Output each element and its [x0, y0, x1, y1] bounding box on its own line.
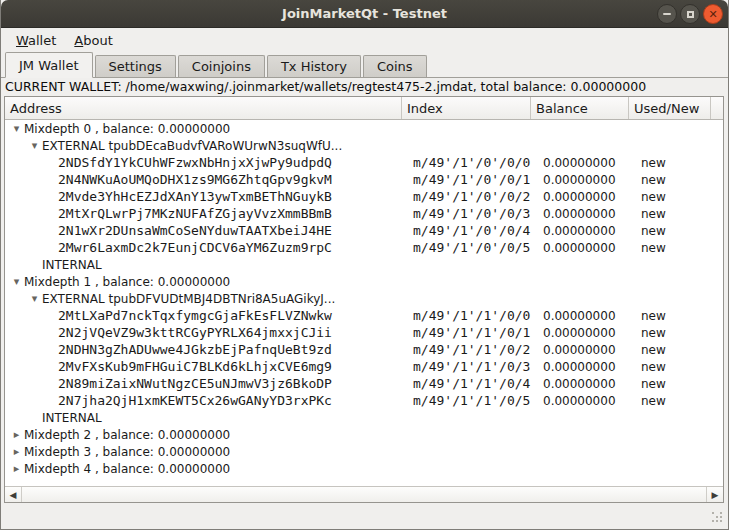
tab-coinjoins[interactable]: Coinjoins — [178, 55, 265, 77]
balance-cell: 0.00000000 — [537, 190, 635, 204]
address-cell: 2N4NWKuAoUMQoDHX1zs9MG6ZhtqGpv9gkvM — [5, 172, 408, 187]
tree-row[interactable]: 2N1wXr2DUnsaWmCoSeNYduwTAATXbeiJ4HE m/49… — [5, 222, 723, 239]
horizontal-scrollbar[interactable]: ◀ ▶ — [5, 486, 723, 502]
tree-row[interactable]: 2NDSfdY1YkCUhWFzwxNbHnjxXjwPy9udpdQ m/49… — [5, 154, 723, 171]
address-cell: ▸ Mixdepth 2 , balance: 0.00000000 — [5, 428, 408, 442]
status-cell: new — [635, 173, 717, 187]
address-cell: ▸ Mixdepth 3 , balance: 0.00000000 — [5, 445, 408, 459]
close-button[interactable]: ✕ — [703, 4, 723, 24]
tree-row[interactable]: 2Mwr6LaxmDc2k7EunjCDCV6aYM6Zuzm9rpC m/49… — [5, 239, 723, 256]
row-label: 2MvFXsKub9mFHGuiC7BLKd6kLhjxCVE6mg9 — [58, 359, 332, 374]
tree-rows: ▾ Mixdepth 0 , balance: 0.00000000 ▾ EXT… — [5, 120, 723, 486]
tree-row[interactable]: 2N4NWKuAoUMQoDHX1zs9MG6ZhtqGpv9gkvM m/49… — [5, 171, 723, 188]
minimize-icon — [663, 13, 671, 15]
expander-icon[interactable]: ▾ — [11, 276, 22, 287]
scroll-right-button[interactable]: ▶ — [706, 487, 723, 502]
tree-row[interactable]: ▸ Mixdepth 3 , balance: 0.00000000 — [5, 443, 723, 460]
status-cell: new — [635, 343, 717, 357]
address-cell: 2Mvde3YhHcEZJdXAnY13ywTxmBEThNGuykB — [5, 189, 408, 204]
address-cell: 2NDHN3gZhADUwwe4JGkzbEjPafnqUeBt9zd — [5, 342, 408, 357]
balance-cell: 0.00000000 — [537, 224, 635, 238]
tree-row[interactable]: 2N7jha2QjH1xmKEWT5Cx26wGANyYD3rxPKc m/49… — [5, 392, 723, 409]
index-cell: m/49'/1'/0'/0/5 — [408, 240, 537, 255]
tree-row[interactable]: ▸ Mixdepth 2 , balance: 0.00000000 — [5, 426, 723, 443]
index-cell: m/49'/1'/0'/0/4 — [408, 223, 537, 238]
index-cell: m/49'/1'/1'/0/5 — [408, 393, 537, 408]
tree-row[interactable]: INTERNAL — [5, 256, 723, 273]
address-cell: 2MtLXaPd7nckTqxfymgcGjaFkEsFLVZNwkw — [5, 308, 408, 323]
close-icon: ✕ — [708, 9, 717, 20]
balance-cell: 0.00000000 — [537, 241, 635, 255]
status-cell: new — [635, 156, 717, 170]
current-wallet-banner: CURRENT WALLET: /home/waxwing/.joinmarke… — [1, 78, 728, 97]
expander-icon[interactable]: ▾ — [29, 140, 40, 151]
row-label: 2N7jha2QjH1xmKEWT5Cx26wGANyYD3rxPKc — [58, 393, 332, 408]
address-cell: 2NDSfdY1YkCUhWFzwxNbHnjxXjwPy9udpdQ — [5, 155, 408, 170]
header-spacer — [711, 97, 723, 119]
expander-icon[interactable]: ▾ — [29, 293, 40, 304]
tree-row[interactable]: 2MvFXsKub9mFHGuiC7BLKd6kLhjxCVE6mg9 m/49… — [5, 358, 723, 375]
expander-icon[interactable]: ▸ — [11, 446, 22, 457]
maximize-button[interactable] — [680, 4, 700, 24]
window-title: JoinMarketQt - Testnet — [282, 6, 447, 21]
row-label: EXTERNAL tpubDFVUDtMBJ4DBTNri8A5uAGikyJ.… — [42, 292, 335, 306]
column-header-balance[interactable]: Balance — [531, 97, 629, 119]
index-cell: m/49'/1'/0'/0/0 — [408, 155, 537, 170]
expander-icon[interactable]: ▸ — [11, 429, 22, 440]
tab-jm-wallet[interactable]: JM Wallet — [5, 52, 93, 78]
resize-grip[interactable] — [711, 511, 725, 525]
balance-cell: 0.00000000 — [537, 309, 635, 323]
tree-row[interactable]: INTERNAL — [5, 409, 723, 426]
index-cell: m/49'/1'/0'/0/1 — [408, 172, 537, 187]
expander-icon[interactable]: ▸ — [11, 463, 22, 474]
tree-row[interactable]: ▾ EXTERNAL tpubDFVUDtMBJ4DBTNri8A5uAGiky… — [5, 290, 723, 307]
tab-tx-history[interactable]: Tx History — [267, 55, 361, 77]
index-cell: m/49'/1'/0'/0/3 — [408, 206, 537, 221]
joinmarket-window: JoinMarketQt - Testnet ✕ Wallet About JM… — [0, 0, 729, 530]
column-header-address[interactable]: Address — [5, 97, 402, 119]
tab-coins[interactable]: Coins — [363, 55, 427, 77]
tab-settings[interactable]: Settings — [95, 55, 176, 77]
column-header-used-new[interactable]: Used/New — [629, 97, 711, 119]
address-cell: ▾ EXTERNAL tpubDEcaBudvfVARoWUrwN3suqWfU… — [5, 139, 408, 153]
minimize-button[interactable] — [657, 4, 677, 24]
address-cell: ▸ Mixdepth 4 , balance: 0.00000000 — [5, 462, 408, 476]
address-cell: 2N7jha2QjH1xmKEWT5Cx26wGANyYD3rxPKc — [5, 393, 408, 408]
tree-row[interactable]: 2Mvde3YhHcEZJdXAnY13ywTxmBEThNGuykB m/49… — [5, 188, 723, 205]
balance-cell: 0.00000000 — [537, 326, 635, 340]
tree-row[interactable]: 2NDHN3gZhADUwwe4JGkzbEjPafnqUeBt9zd m/49… — [5, 341, 723, 358]
menu-wallet[interactable]: Wallet — [7, 30, 65, 51]
titlebar[interactable]: JoinMarketQt - Testnet ✕ — [1, 0, 728, 28]
horizontal-scrollbar-track[interactable] — [22, 487, 706, 502]
address-cell: 2MtXrQLwrPj7MKzNUFAfZGjayVvzXmmBBmB — [5, 206, 408, 221]
row-label: 2NDSfdY1YkCUhWFzwxNbHnjxXjwPy9udpdQ — [58, 155, 332, 170]
tree-row[interactable]: ▾ EXTERNAL tpubDEcaBudvfVARoWUrwN3suqWfU… — [5, 137, 723, 154]
index-cell: m/49'/1'/1'/0/3 — [408, 359, 537, 374]
row-label: Mixdepth 0 , balance: 0.00000000 — [24, 122, 230, 136]
column-header-index[interactable]: Index — [402, 97, 531, 119]
menu-about[interactable]: About — [65, 30, 121, 51]
row-label: INTERNAL — [42, 411, 102, 425]
scroll-left-button[interactable]: ◀ — [5, 487, 22, 502]
index-cell: m/49'/1'/1'/0/1 — [408, 325, 537, 340]
tree-header: Address Index Balance Used/New — [5, 97, 723, 120]
expander-icon[interactable]: ▾ — [11, 123, 22, 134]
tree-row[interactable]: 2MtLXaPd7nckTqxfymgcGjaFkEsFLVZNwkw m/49… — [5, 307, 723, 324]
tab-bar: JM Wallet Settings Coinjoins Tx History … — [1, 52, 728, 78]
tree-row[interactable]: ▸ Mixdepth 4 , balance: 0.00000000 — [5, 460, 723, 477]
menubar: Wallet About — [1, 28, 728, 52]
status-cell: new — [635, 360, 717, 374]
status-cell: new — [635, 224, 717, 238]
tree-row[interactable]: 2N2jVQeVZ9w3kttRCGyPYRLX64jmxxjCJii m/49… — [5, 324, 723, 341]
tree-row[interactable]: 2N89miZaixNWutNgzCE5uNJmwV3jz6BkoDP m/49… — [5, 375, 723, 392]
row-label: EXTERNAL tpubDEcaBudvfVARoWUrwN3suqWfU..… — [42, 139, 342, 153]
balance-cell: 0.00000000 — [537, 394, 635, 408]
tree-row[interactable]: ▾ Mixdepth 0 , balance: 0.00000000 — [5, 120, 723, 137]
balance-cell: 0.00000000 — [537, 343, 635, 357]
tree-row[interactable]: 2MtXrQLwrPj7MKzNUFAfZGjayVvzXmmBBmB m/49… — [5, 205, 723, 222]
address-cell: ▾ Mixdepth 0 , balance: 0.00000000 — [5, 122, 408, 136]
index-cell: m/49'/1'/1'/0/2 — [408, 342, 537, 357]
tree-row[interactable]: ▾ Mixdepth 1 , balance: 0.00000000 — [5, 273, 723, 290]
balance-cell: 0.00000000 — [537, 156, 635, 170]
row-label: Mixdepth 1 , balance: 0.00000000 — [24, 275, 230, 289]
